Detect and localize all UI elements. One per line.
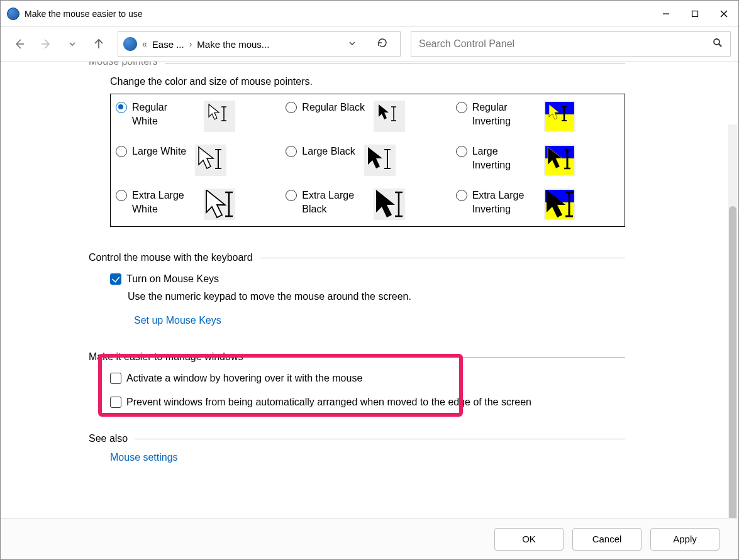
titlebar: Make the mouse easier to use [1,1,738,27]
pointer-label: Extra Large Black [302,189,365,217]
search-box[interactable] [411,31,731,57]
pointer-label: Extra Large White [132,189,195,217]
pointer-preview-icon [204,189,235,220]
pointer-option-large-black[interactable]: Large Black [286,145,449,176]
minimize-button[interactable] [652,1,681,26]
pointer-preview-icon [544,101,575,132]
svg-rect-1 [692,11,698,16]
titlebar-left: Make the mouse easier to use [7,8,143,20]
section-title: See also [89,433,128,444]
section-see-also: See also [89,433,625,444]
mouse-settings-link[interactable]: Mouse settings [110,452,178,463]
radio-xl-inverting[interactable] [456,190,467,201]
scrollbar[interactable] [728,124,737,518]
prevent-arrange-checkbox[interactable] [110,397,121,408]
scrollbar-thumb[interactable] [729,206,736,518]
pointer-option-regular-inverting[interactable]: Regular Inverting [456,101,620,132]
section-mouse-pointers: Mouse pointers [89,62,625,67]
breadcrumb-item-1[interactable]: Ease ... [152,39,184,50]
pointer-label: Large Inverting [472,145,535,173]
breadcrumb-item-2[interactable]: Make the mous... [197,39,269,50]
close-button[interactable] [709,1,738,26]
pointer-preview-icon [204,101,235,132]
pointer-option-xl-inverting[interactable]: Extra Large Inverting [456,189,620,220]
radio-regular-black[interactable] [286,102,297,113]
section-title: Control the mouse with the keyboard [89,252,253,263]
mouse-pointers-desc: Change the color and size of mouse point… [110,76,625,87]
recent-dropdown[interactable] [61,33,84,55]
prevent-arrange-row[interactable]: Prevent windows from being automatically… [110,397,625,408]
chevron-right-icon: › [189,39,192,49]
cancel-button[interactable]: Cancel [572,528,642,551]
svg-line-8 [719,44,721,47]
breadcrumb-dropdown[interactable] [340,39,365,50]
pointer-preview-icon [544,145,575,176]
radio-large-white[interactable] [116,146,127,157]
pointer-option-large-white[interactable]: Large White [116,145,279,176]
pointer-label: Regular Inverting [472,101,535,129]
radio-large-inverting[interactable] [456,146,467,157]
pointer-preview-icon [374,101,405,132]
radio-regular-white[interactable] [116,102,127,113]
pointer-option-xl-white[interactable]: Extra Large White [116,189,279,220]
pointer-label: Large White [132,145,186,158]
section-control-keyboard: Control the mouse with the keyboard [89,252,625,263]
pointer-preview-icon [195,145,226,176]
activate-hover-label: Activate a window by hovering over it wi… [126,373,362,384]
mouse-keys-desc: Use the numeric keypad to move the mouse… [128,291,625,302]
pointer-option-regular-white[interactable]: Regular White [116,101,279,132]
activate-hover-row[interactable]: Activate a window by hovering over it wi… [110,373,625,384]
back-button[interactable] [8,33,31,55]
navbar: « Ease ... › Make the mous... [1,27,738,62]
prevent-arrange-label: Prevent windows from being automatically… [126,397,531,408]
radio-xl-black[interactable] [286,190,297,201]
app-icon [7,8,19,20]
maximize-button[interactable] [681,1,709,26]
content-area: Mouse pointers Change the color and size… [1,62,738,518]
window-controls [652,1,738,26]
mouse-keys-label: Turn on Mouse Keys [126,273,219,285]
pointer-preview-icon [374,189,405,220]
search-input[interactable] [419,38,713,50]
ok-button[interactable]: OK [494,528,564,551]
pointer-label: Regular Black [302,101,365,114]
pointer-label: Regular White [132,101,195,129]
breadcrumb-icon [123,37,137,51]
section-manage-windows: Make it easier to manage windows [89,351,625,363]
radio-xl-white[interactable] [116,190,127,201]
pointer-options-group: Regular White Regular Black [110,94,625,227]
apply-button[interactable]: Apply [650,528,720,551]
forward-button[interactable] [35,33,57,55]
window-title: Make the mouse easier to use [25,9,143,19]
window: Make the mouse easier to use [0,0,739,560]
chevron-left-icon: « [142,39,147,49]
svg-point-7 [714,39,720,45]
radio-regular-inverting[interactable] [456,102,467,113]
pointer-preview-icon [544,189,575,220]
svg-rect-16 [545,114,574,131]
setup-mouse-keys-link[interactable]: Set up Mouse Keys [134,315,221,326]
section-title: Make it easier to manage windows [89,351,243,363]
pointer-preview-icon [364,145,396,176]
pointer-option-xl-black[interactable]: Extra Large Black [286,189,449,220]
mouse-keys-checkbox-row[interactable]: Turn on Mouse Keys [110,273,625,285]
footer: OK Cancel Apply [1,518,738,559]
mouse-keys-checkbox[interactable] [110,273,121,285]
pointer-label: Large Black [302,145,355,158]
activate-hover-checkbox[interactable] [110,373,121,384]
section-title: Mouse pointers [89,62,157,67]
pointer-option-large-inverting[interactable]: Large Inverting [456,145,620,176]
pointer-label: Extra Large Inverting [472,189,535,217]
search-icon[interactable] [713,38,723,50]
refresh-button[interactable] [370,37,395,52]
up-button[interactable] [87,33,110,55]
radio-large-black[interactable] [286,146,297,157]
breadcrumb[interactable]: « Ease ... › Make the mous... [118,31,401,57]
pointer-option-regular-black[interactable]: Regular Black [286,101,449,132]
